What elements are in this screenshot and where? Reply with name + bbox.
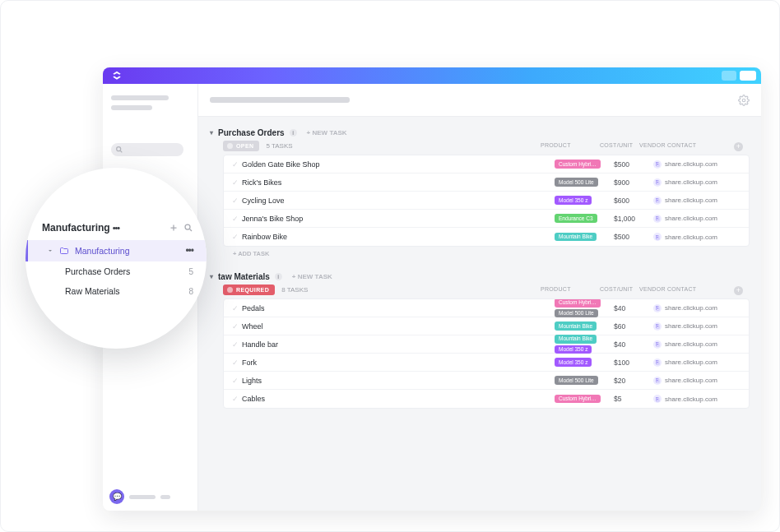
add-column-button[interactable]: + [728,142,743,151]
task-name[interactable]: Golden Gate Bike Shop [242,160,555,169]
product-tag[interactable]: Custom Hybri… [555,298,601,308]
task-cost[interactable]: $500 [614,233,653,241]
status-check-icon[interactable]: ✓ [232,395,242,403]
list-item[interactable]: Raw Materials 8 [26,281,207,301]
task-cost[interactable]: $40 [614,304,653,312]
table-row[interactable]: ✓WheelMountain Bike$60⎘share.clickup.com [224,317,749,335]
status-check-icon[interactable]: ✓ [232,359,242,367]
plus-icon: + [734,286,743,295]
titlebar [103,67,761,84]
vendor-url: share.clickup.com [665,340,717,348]
space-header[interactable]: Manufacturing ••• [26,222,207,240]
plus-icon[interactable] [169,223,179,233]
product-tag[interactable]: Model 350 z [555,358,592,367]
task-vendor[interactable]: ⎘share.clickup.com [653,377,742,385]
info-icon[interactable]: i [275,273,282,280]
task-vendor[interactable]: ⎘share.clickup.com [653,304,742,312]
task-name[interactable]: Cycling Love [242,197,555,205]
add-column-button[interactable]: + [728,286,743,295]
task-vendor[interactable]: ⎘share.clickup.com [653,178,742,187]
task-cost[interactable]: $5 [614,395,653,403]
folder-item[interactable]: Manufacturing ••• [26,240,207,261]
task-vendor[interactable]: ⎘share.clickup.com [653,233,742,241]
more-icon[interactable]: ••• [113,223,120,233]
product-tag[interactable]: Endurance C3 [555,214,597,223]
window-min-button[interactable] [722,71,736,81]
task-name[interactable]: Jenna's Bike Shop [242,215,555,223]
status-check-icon[interactable]: ✓ [232,304,242,312]
product-tag[interactable]: Model 500 Lite [555,376,598,385]
product-tag[interactable]: Mountain Bike [555,233,597,242]
product-tag[interactable]: Model 500 Lite [555,309,598,318]
task-cost[interactable]: $40 [614,340,653,349]
task-vendor[interactable]: ⎘share.clickup.com [653,160,742,169]
search-icon[interactable] [183,223,193,233]
table-row[interactable]: ✓Rainbow BikeMountain Bike$500⎘share.cli… [224,228,749,246]
task-cost[interactable]: $20 [614,377,653,385]
window-max-button[interactable] [740,71,756,81]
status-check-icon[interactable]: ✓ [232,215,242,223]
table-row[interactable]: ✓LightsModel 500 Lite$20⎘share.clickup.c… [224,372,749,390]
task-cost[interactable]: $60 [614,322,653,331]
status-pill-required[interactable]: REQUIRED [223,285,275,295]
task-cost[interactable]: $1,000 [614,215,653,223]
task-table: ✓Golden Gate Bike ShopCustom Hybri…$500⎘… [223,155,750,247]
task-vendor[interactable]: ⎘share.clickup.com [653,322,742,331]
task-cost[interactable]: $100 [614,359,653,367]
list-item[interactable]: Purchase Orders 5 [26,261,207,281]
table-row[interactable]: ✓Golden Gate Bike ShopCustom Hybri…$500⎘… [224,155,749,173]
task-tags: Endurance C3 [555,214,614,223]
status-row: REQUIRED 8 TASKS PRODUCT COST/UNIT VENDO… [210,283,750,298]
status-check-icon[interactable]: ✓ [232,377,242,385]
section-header[interactable]: ▾ Purchase Orders i + NEW TASK [210,127,750,139]
task-vendor[interactable]: ⎘share.clickup.com [653,340,742,349]
more-icon[interactable]: ••• [185,245,193,257]
product-tag[interactable]: Model 350 z [555,196,592,205]
task-cost[interactable]: $600 [614,197,653,205]
task-name[interactable]: Rick's Bikes [242,178,555,187]
new-task-button[interactable]: + NEW TASK [307,129,347,136]
task-name[interactable]: Fork [242,359,555,367]
task-name[interactable]: Handle bar [242,340,555,349]
status-check-icon[interactable]: ✓ [232,178,242,187]
table-row[interactable]: ✓Cycling LoveModel 350 z$600⎘share.click… [224,192,749,210]
status-check-icon[interactable]: ✓ [232,197,242,205]
sidebar-search[interactable] [111,143,183,156]
info-icon[interactable]: i [290,129,297,136]
task-table: ✓PedalsCustom Hybri…Model 500 Lite$40⎘sh… [223,298,750,409]
add-task-button[interactable]: + ADD TASK [210,247,750,257]
status-check-icon[interactable]: ✓ [232,160,242,169]
task-cost[interactable]: $900 [614,178,653,187]
table-row[interactable]: ✓Jenna's Bike ShopEndurance C3$1,000⎘sha… [224,210,749,228]
section-header[interactable]: ▾ taw Materials i + NEW TASK [210,271,750,283]
table-row[interactable]: ✓PedalsCustom Hybri…Model 500 Lite$40⎘sh… [224,299,749,317]
product-tag[interactable]: Mountain Bike [555,322,597,331]
product-tag[interactable]: Mountain Bike [555,335,597,344]
task-vendor[interactable]: ⎘share.clickup.com [653,359,742,367]
help-chat[interactable]: 💬 [109,489,170,504]
task-name[interactable]: Lights [242,377,555,385]
status-pill-open[interactable]: OPEN [223,141,259,151]
product-tag[interactable]: Model 500 Lite [555,178,598,187]
table-row[interactable]: ✓Handle barMountain BikeModel 350 z$40⎘s… [224,335,749,354]
status-check-icon[interactable]: ✓ [232,322,242,331]
task-name[interactable]: Cables [242,395,555,403]
task-vendor[interactable]: ⎘share.clickup.com [653,395,742,403]
status-check-icon[interactable]: ✓ [232,340,242,349]
task-name[interactable]: Wheel [242,322,555,331]
task-name[interactable]: Rainbow Bike [242,233,555,241]
new-task-button[interactable]: + NEW TASK [292,273,332,280]
product-tag[interactable]: Custom Hybri… [555,395,601,404]
gear-icon[interactable] [738,95,750,106]
task-vendor[interactable]: ⎘share.clickup.com [653,215,742,223]
table-row[interactable]: ✓Rick's BikesModel 500 Lite$900⎘share.cl… [224,173,749,192]
svg-point-2 [742,99,745,102]
status-check-icon[interactable]: ✓ [232,233,242,241]
product-tag[interactable]: Model 350 z [555,345,592,354]
table-row[interactable]: ✓CablesCustom Hybri…$5⎘share.clickup.com [224,390,749,408]
table-row[interactable]: ✓ForkModel 350 z$100⎘share.clickup.com [224,354,749,372]
task-vendor[interactable]: ⎘share.clickup.com [653,197,742,205]
task-name[interactable]: Pedals [242,304,555,312]
product-tag[interactable]: Custom Hybri… [555,160,601,169]
task-cost[interactable]: $500 [614,160,653,169]
